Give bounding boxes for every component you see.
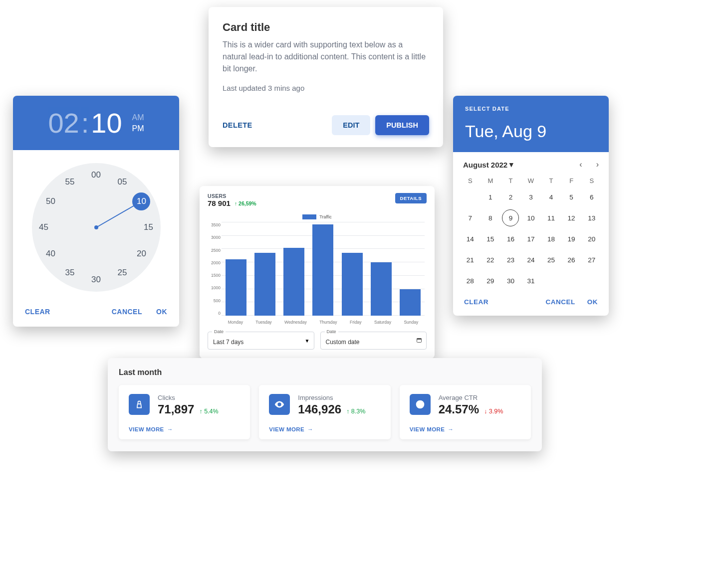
picked-date: Tue, Aug 9 (465, 122, 597, 141)
day-29[interactable]: 29 (482, 272, 499, 289)
stat-value: 146,926 (298, 402, 341, 416)
day-30[interactable]: 30 (502, 272, 519, 289)
cancel-button[interactable]: CANCEL (112, 308, 142, 316)
view-more-link[interactable]: VIEW MORE → (129, 426, 240, 432)
clock-minute-10[interactable]: 10 (132, 192, 150, 210)
clock-minute-35[interactable]: 35 (61, 264, 79, 282)
weekday-label: M (481, 177, 501, 185)
x-tick: Saturday (374, 320, 391, 325)
weekday-label: T (541, 177, 561, 185)
day-25[interactable]: 25 (543, 251, 560, 268)
x-tick: Sunday (404, 320, 418, 325)
view-more-link[interactable]: VIEW MORE → (410, 426, 521, 432)
day-22[interactable]: 22 (482, 251, 499, 268)
custom-date-input[interactable]: Date Custom date (320, 332, 427, 350)
day-10[interactable]: 10 (522, 209, 539, 226)
clock-minute-00[interactable]: 00 (87, 166, 105, 184)
time-picker-header: 02 : 10 AM PM (13, 96, 179, 150)
day-15[interactable]: 15 (482, 230, 499, 247)
stat-value: 71,897 (158, 402, 194, 416)
day-13[interactable]: 13 (583, 209, 600, 226)
day-4[interactable]: 4 (543, 188, 560, 205)
stat-label: Clicks (158, 394, 219, 401)
day-28[interactable]: 28 (462, 272, 479, 289)
clock-minute-45[interactable]: 45 (35, 218, 53, 236)
day-8[interactable]: 8 (482, 209, 499, 226)
day-2[interactable]: 2 (502, 188, 519, 205)
clock-minute-15[interactable]: 15 (140, 218, 158, 236)
day-7[interactable]: 7 (462, 209, 479, 226)
users-chart-card: USERS 78 901 ↑ 26,59% DETAILS Traffic 35… (200, 186, 435, 359)
day-5[interactable]: 5 (563, 188, 580, 205)
select-value: Custom date (326, 339, 360, 346)
day-16[interactable]: 16 (502, 230, 519, 247)
day-14[interactable]: 14 (462, 230, 479, 247)
am-toggle[interactable]: AM (132, 113, 144, 122)
bar-tuesday (254, 253, 275, 316)
day-18[interactable]: 18 (543, 230, 560, 247)
y-tick: 2000 (208, 260, 221, 265)
day-1[interactable]: 1 (482, 188, 499, 205)
view-more-link[interactable]: VIEW MORE → (269, 426, 380, 432)
card-body: This is a wider card with supporting tex… (223, 39, 429, 75)
publish-button[interactable]: PUBLISH (375, 115, 429, 135)
date-picker: SELECT DATE Tue, Aug 9 August 2022 ▾ ‹ ›… (453, 96, 609, 316)
day-23[interactable]: 23 (502, 251, 519, 268)
day-17[interactable]: 17 (522, 230, 539, 247)
clear-button[interactable]: CLEAR (464, 298, 488, 306)
weekday-label: W (521, 177, 541, 185)
delete-button[interactable]: DELETE (223, 121, 252, 129)
clock-minute-40[interactable]: 40 (42, 245, 60, 263)
stat-icon (269, 394, 290, 415)
x-tick: Tuesday (255, 320, 271, 325)
prev-month-button[interactable]: ‹ (579, 160, 582, 169)
month-label: August 2022 (463, 161, 507, 169)
legend-swatch (302, 214, 316, 219)
pm-toggle[interactable]: PM (132, 124, 144, 133)
date-range-select[interactable]: Date Last 7 days ▼ (208, 332, 314, 350)
day-31[interactable]: 31 (522, 272, 539, 289)
day-24[interactable]: 24 (522, 251, 539, 268)
day-3[interactable]: 3 (522, 188, 539, 205)
stat-icon (129, 394, 150, 415)
clock-face[interactable]: 000510152025303540455055 (32, 163, 161, 292)
cancel-button[interactable]: CANCEL (546, 298, 575, 306)
select-value: Last 7 days (213, 339, 243, 346)
clear-button[interactable]: CLEAR (25, 308, 50, 316)
day-21[interactable]: 21 (462, 251, 479, 268)
clock-minute-30[interactable]: 30 (87, 271, 105, 289)
stats-summary-card: Last month Clicks71,897↑ 5.4%VIEW MORE →… (108, 358, 542, 451)
clock-minute-20[interactable]: 20 (132, 245, 150, 263)
day-20[interactable]: 20 (583, 230, 600, 247)
next-month-button[interactable]: › (596, 160, 599, 169)
ok-button[interactable]: OK (587, 298, 598, 306)
chart-metric-delta: ↑ 26,59% (235, 200, 256, 206)
day-11[interactable]: 11 (543, 209, 560, 226)
day-27[interactable]: 27 (583, 251, 600, 268)
stat-label: Average CTR (439, 394, 503, 401)
day-12[interactable]: 12 (563, 209, 580, 226)
clock-minute-50[interactable]: 50 (42, 192, 60, 210)
chevron-down-icon: ▾ (509, 160, 513, 169)
ok-button[interactable]: OK (156, 308, 167, 316)
clock-minute-05[interactable]: 05 (113, 173, 131, 191)
month-dropdown[interactable]: August 2022 ▾ (463, 160, 513, 169)
chevron-down-icon: ▼ (305, 338, 310, 344)
day-6[interactable]: 6 (583, 188, 600, 205)
day-9[interactable]: 9 (502, 209, 519, 226)
clock-minute-55[interactable]: 55 (61, 173, 79, 191)
stat-tile-impressions: Impressions146,926↑ 8.3%VIEW MORE → (259, 385, 390, 439)
select-date-label: SELECT DATE (465, 106, 597, 112)
time-minute[interactable]: 10 (91, 107, 122, 139)
bar-wednesday (283, 248, 304, 316)
day-19[interactable]: 19 (563, 230, 580, 247)
details-button[interactable]: DETAILS (395, 193, 427, 203)
day-26[interactable]: 26 (563, 251, 580, 268)
x-tick: Friday (350, 320, 362, 325)
time-hour[interactable]: 02 (48, 107, 79, 139)
clock-minute-25[interactable]: 25 (113, 264, 131, 282)
y-tick: 500 (208, 298, 221, 303)
edit-button[interactable]: EDIT (332, 115, 370, 135)
chart-legend: Traffic (208, 214, 427, 219)
y-tick: 1500 (208, 273, 221, 278)
